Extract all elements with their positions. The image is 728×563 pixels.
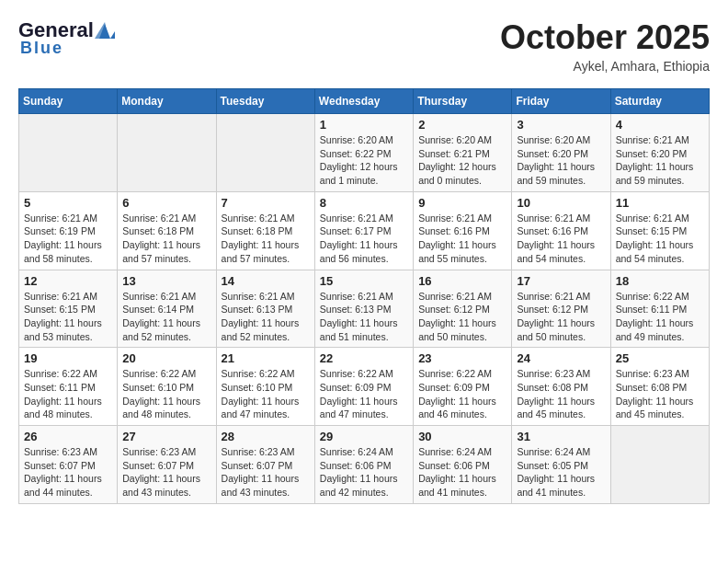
day-number: 17 bbox=[517, 274, 605, 288]
calendar-day-cell: 2Sunrise: 6:20 AM Sunset: 6:21 PM Daylig… bbox=[414, 114, 512, 192]
day-info: Sunrise: 6:21 AM Sunset: 6:13 PM Dayligh… bbox=[222, 290, 310, 344]
weekday-header: Tuesday bbox=[216, 89, 314, 114]
day-info: Sunrise: 6:21 AM Sunset: 6:14 PM Dayligh… bbox=[122, 290, 210, 344]
day-number: 27 bbox=[122, 430, 210, 443]
calendar-day-cell: 25Sunrise: 6:23 AM Sunset: 6:08 PM Dayli… bbox=[610, 348, 709, 426]
calendar-week-row: 26Sunrise: 6:23 AM Sunset: 6:07 PM Dayli… bbox=[19, 426, 710, 504]
title-block: October 2025 Aykel, Amhara, Ethiopia bbox=[500, 18, 710, 74]
weekday-header: Friday bbox=[512, 89, 610, 114]
day-number: 6 bbox=[122, 196, 210, 210]
weekday-header: Monday bbox=[118, 89, 216, 114]
calendar-day-cell: 26Sunrise: 6:23 AM Sunset: 6:07 PM Dayli… bbox=[19, 426, 118, 504]
calendar-day-cell: 4Sunrise: 6:21 AM Sunset: 6:20 PM Daylig… bbox=[610, 114, 709, 192]
day-number: 11 bbox=[616, 196, 704, 210]
day-number: 12 bbox=[24, 274, 112, 288]
day-number: 5 bbox=[24, 196, 112, 210]
day-number: 8 bbox=[320, 196, 408, 210]
day-number: 10 bbox=[517, 196, 605, 210]
day-number: 29 bbox=[320, 430, 408, 443]
day-info: Sunrise: 6:23 AM Sunset: 6:07 PM Dayligh… bbox=[222, 445, 310, 500]
logo-blue: Blue bbox=[20, 39, 63, 58]
day-number: 13 bbox=[122, 274, 210, 288]
day-number: 18 bbox=[616, 274, 704, 288]
day-info: Sunrise: 6:24 AM Sunset: 6:06 PM Dayligh… bbox=[320, 445, 408, 500]
calendar-day-cell: 6Sunrise: 6:21 AM Sunset: 6:18 PM Daylig… bbox=[118, 191, 216, 270]
calendar-week-row: 12Sunrise: 6:21 AM Sunset: 6:15 PM Dayli… bbox=[19, 270, 710, 348]
calendar-day-cell bbox=[118, 114, 216, 192]
calendar-day-cell: 1Sunrise: 6:20 AM Sunset: 6:22 PM Daylig… bbox=[314, 114, 413, 192]
day-number: 15 bbox=[320, 274, 408, 288]
day-info: Sunrise: 6:23 AM Sunset: 6:07 PM Dayligh… bbox=[122, 445, 210, 500]
calendar-day-cell: 27Sunrise: 6:23 AM Sunset: 6:07 PM Dayli… bbox=[118, 426, 216, 504]
logo-icon bbox=[95, 22, 115, 39]
day-info: Sunrise: 6:22 AM Sunset: 6:11 PM Dayligh… bbox=[616, 290, 704, 344]
day-number: 31 bbox=[517, 430, 605, 443]
calendar-day-cell: 22Sunrise: 6:22 AM Sunset: 6:09 PM Dayli… bbox=[314, 348, 413, 426]
calendar-day-cell: 24Sunrise: 6:23 AM Sunset: 6:08 PM Dayli… bbox=[512, 348, 610, 426]
calendar-day-cell: 17Sunrise: 6:21 AM Sunset: 6:12 PM Dayli… bbox=[512, 270, 610, 348]
day-info: Sunrise: 6:20 AM Sunset: 6:22 PM Dayligh… bbox=[320, 133, 408, 188]
calendar-header-row: SundayMondayTuesdayWednesdayThursdayFrid… bbox=[19, 89, 710, 114]
day-info: Sunrise: 6:24 AM Sunset: 6:06 PM Dayligh… bbox=[418, 445, 506, 500]
day-number: 7 bbox=[222, 196, 310, 210]
day-number: 21 bbox=[222, 351, 310, 365]
day-number: 26 bbox=[24, 430, 112, 443]
day-number: 3 bbox=[517, 118, 605, 132]
calendar-day-cell: 3Sunrise: 6:20 AM Sunset: 6:20 PM Daylig… bbox=[512, 114, 610, 192]
calendar-day-cell bbox=[19, 114, 118, 192]
page-header: General Blue October 2025 Aykel, Amhara,… bbox=[18, 18, 710, 74]
calendar-day-cell: 11Sunrise: 6:21 AM Sunset: 6:15 PM Dayli… bbox=[610, 191, 709, 270]
day-info: Sunrise: 6:22 AM Sunset: 6:09 PM Dayligh… bbox=[418, 367, 506, 421]
day-info: Sunrise: 6:23 AM Sunset: 6:08 PM Dayligh… bbox=[517, 367, 605, 421]
day-info: Sunrise: 6:22 AM Sunset: 6:09 PM Dayligh… bbox=[320, 367, 408, 421]
calendar-day-cell: 30Sunrise: 6:24 AM Sunset: 6:06 PM Dayli… bbox=[414, 426, 512, 504]
weekday-header: Wednesday bbox=[314, 89, 413, 114]
calendar-table: SundayMondayTuesdayWednesdayThursdayFrid… bbox=[18, 88, 710, 504]
day-info: Sunrise: 6:21 AM Sunset: 6:15 PM Dayligh… bbox=[24, 290, 112, 344]
calendar-day-cell: 19Sunrise: 6:22 AM Sunset: 6:11 PM Dayli… bbox=[19, 348, 118, 426]
calendar-week-row: 5Sunrise: 6:21 AM Sunset: 6:19 PM Daylig… bbox=[19, 191, 710, 270]
day-info: Sunrise: 6:22 AM Sunset: 6:11 PM Dayligh… bbox=[24, 367, 112, 421]
day-info: Sunrise: 6:21 AM Sunset: 6:18 PM Dayligh… bbox=[222, 212, 310, 266]
day-info: Sunrise: 6:21 AM Sunset: 6:12 PM Dayligh… bbox=[517, 290, 605, 344]
day-info: Sunrise: 6:20 AM Sunset: 6:21 PM Dayligh… bbox=[418, 133, 506, 188]
logo: General Blue bbox=[18, 18, 116, 58]
day-number: 28 bbox=[222, 430, 310, 443]
calendar-day-cell: 28Sunrise: 6:23 AM Sunset: 6:07 PM Dayli… bbox=[216, 426, 314, 504]
day-number: 4 bbox=[616, 118, 704, 132]
weekday-header: Saturday bbox=[610, 89, 709, 114]
calendar-day-cell: 18Sunrise: 6:22 AM Sunset: 6:11 PM Dayli… bbox=[610, 270, 709, 348]
day-number: 9 bbox=[418, 196, 506, 210]
calendar-day-cell: 10Sunrise: 6:21 AM Sunset: 6:16 PM Dayli… bbox=[512, 191, 610, 270]
calendar-day-cell: 5Sunrise: 6:21 AM Sunset: 6:19 PM Daylig… bbox=[19, 191, 118, 270]
calendar-day-cell bbox=[610, 426, 709, 504]
day-number: 2 bbox=[418, 118, 506, 132]
calendar-day-cell: 13Sunrise: 6:21 AM Sunset: 6:14 PM Dayli… bbox=[118, 270, 216, 348]
calendar-day-cell: 7Sunrise: 6:21 AM Sunset: 6:18 PM Daylig… bbox=[216, 191, 314, 270]
calendar-week-row: 1Sunrise: 6:20 AM Sunset: 6:22 PM Daylig… bbox=[19, 114, 710, 192]
calendar-day-cell: 20Sunrise: 6:22 AM Sunset: 6:10 PM Dayli… bbox=[118, 348, 216, 426]
day-info: Sunrise: 6:21 AM Sunset: 6:12 PM Dayligh… bbox=[418, 290, 506, 344]
day-number: 24 bbox=[517, 351, 605, 365]
day-number: 20 bbox=[122, 351, 210, 365]
weekday-header: Thursday bbox=[414, 89, 512, 114]
location-subtitle: Aykel, Amhara, Ethiopia bbox=[500, 59, 710, 74]
day-info: Sunrise: 6:21 AM Sunset: 6:18 PM Dayligh… bbox=[122, 212, 210, 266]
calendar-week-row: 19Sunrise: 6:22 AM Sunset: 6:11 PM Dayli… bbox=[19, 348, 710, 426]
calendar-day-cell: 21Sunrise: 6:22 AM Sunset: 6:10 PM Dayli… bbox=[216, 348, 314, 426]
day-info: Sunrise: 6:21 AM Sunset: 6:13 PM Dayligh… bbox=[320, 290, 408, 344]
day-info: Sunrise: 6:21 AM Sunset: 6:15 PM Dayligh… bbox=[616, 212, 704, 266]
calendar-day-cell: 31Sunrise: 6:24 AM Sunset: 6:05 PM Dayli… bbox=[512, 426, 610, 504]
day-number: 22 bbox=[320, 351, 408, 365]
day-number: 1 bbox=[320, 118, 408, 132]
day-number: 19 bbox=[24, 351, 112, 365]
calendar-day-cell: 16Sunrise: 6:21 AM Sunset: 6:12 PM Dayli… bbox=[414, 270, 512, 348]
day-info: Sunrise: 6:23 AM Sunset: 6:08 PM Dayligh… bbox=[616, 367, 704, 421]
day-info: Sunrise: 6:24 AM Sunset: 6:05 PM Dayligh… bbox=[517, 445, 605, 500]
svg-marker-1 bbox=[95, 22, 108, 39]
calendar-day-cell: 12Sunrise: 6:21 AM Sunset: 6:15 PM Dayli… bbox=[19, 270, 118, 348]
calendar-day-cell: 8Sunrise: 6:21 AM Sunset: 6:17 PM Daylig… bbox=[314, 191, 413, 270]
day-number: 30 bbox=[418, 430, 506, 443]
day-info: Sunrise: 6:22 AM Sunset: 6:10 PM Dayligh… bbox=[122, 367, 210, 421]
calendar-day-cell bbox=[216, 114, 314, 192]
